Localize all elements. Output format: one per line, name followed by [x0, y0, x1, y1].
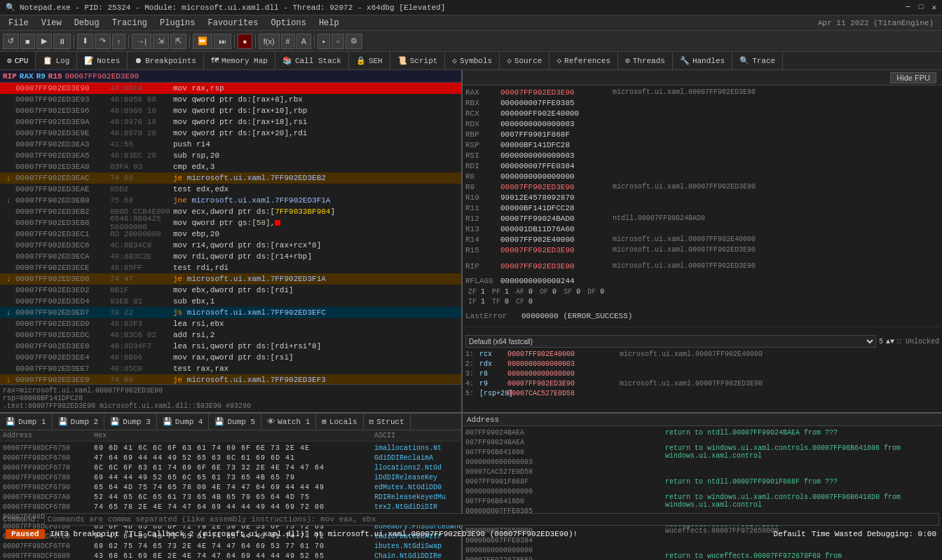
reg-rbp: RBP 0007FF9901F868F	[465, 129, 939, 139]
toolbar-step-over[interactable]: ↷	[95, 34, 111, 49]
dump-tab-watch[interactable]: 👁 Watch 1	[261, 414, 316, 430]
tab-script[interactable]: 📜 Script	[390, 52, 446, 70]
menu-favourites[interactable]: Favourites	[202, 17, 264, 29]
disasm-row[interactable]: 00007FF902ED3EDC 48:83C6 02 add rsi,2	[0, 329, 461, 341]
tab-source[interactable]: ◇ Source	[500, 52, 550, 70]
disasm-row-je1[interactable]: ↓ 00007FF902ED3EAC 74 08 je microsoft.ui…	[0, 172, 461, 184]
dump-tab-2[interactable]: 💾 Dump 2	[53, 414, 105, 430]
toolbar-font[interactable]: A	[296, 34, 311, 49]
disasm-row[interactable]: 00007FF902ED3EC1 BD 20000000 mov ebp,20	[0, 228, 461, 240]
disasm-row-js[interactable]: ↓ 00007FF902ED3ED7 78 22 js microsoft.ui…	[0, 307, 461, 318]
toolbar-more[interactable]: ▪	[318, 34, 330, 49]
menu-view[interactable]: View	[36, 17, 67, 29]
call-context-select[interactable]: Default (x64 fastcall)	[465, 335, 876, 348]
disasm-row[interactable]: 00007FF902ED3EB2 8B0D CCB4E000 mov ecx,d…	[0, 206, 461, 217]
tab-notes[interactable]: 📝 Notes	[77, 52, 128, 70]
disasm-row[interactable]: 00007FF902ED3EB8 6548:8B0425 58000000 mo…	[0, 217, 461, 228]
disasm-row[interactable]: 00007FF902ED3ECA 49:8B3C2E mov rdi,qword…	[0, 251, 461, 262]
flag-zf: ZF 1	[468, 288, 485, 296]
disasm-row[interactable]: 00007FF902ED3EE0 48:8D34F7 lea rsi,qword…	[0, 341, 461, 352]
dump-hex[interactable]: 00007FF98DCF6750 69 6D 41 6C 6C 6F 63 61…	[0, 442, 461, 560]
tab-memmap[interactable]: 🗺 Memory Map	[204, 52, 275, 70]
disasm-row[interactable]: 00007FF902ED3ED9 48:62F3 lea rsi,ebx	[0, 318, 461, 329]
disasm-row[interactable]: 00007FF902ED3E96 48:8968 10 mov qword pt…	[0, 105, 461, 116]
disasm-row-je2[interactable]: ↓ 00007FF902ED3ED0 74 47 je microsoft.ui…	[0, 273, 461, 285]
tab-references[interactable]: ◇ References	[550, 52, 618, 70]
disasm-row[interactable]: 00007FF902ED3EA3 41:56 push r14	[0, 139, 461, 150]
toolbar-trace-into[interactable]: ⇲	[153, 34, 169, 49]
disasm-row[interactable]: 00007FF902ED3E9A 48:8970 18 mov qword pt…	[0, 116, 461, 128]
tab-trace[interactable]: 🔍 Trace	[732, 52, 783, 70]
menu-plugins[interactable]: Plugins	[154, 17, 200, 29]
toolbar-pause[interactable]: ⏸	[53, 34, 71, 49]
maximize-icon[interactable]: □	[919, 3, 924, 12]
tab-callstack[interactable]: 📚 Call Stack	[275, 52, 349, 70]
tab-log[interactable]: 📋 Log	[36, 52, 77, 70]
trace-icon: 🔍	[739, 56, 749, 65]
tab-breakpoints[interactable]: ⏺ Breakpoints	[128, 52, 204, 70]
hide-fpu-button[interactable]: Hide FPU	[890, 72, 936, 83]
disasm-row[interactable]: 00007FF902ED3EE4 48:8B06 mov rax,qword p…	[0, 352, 461, 363]
disasm-row[interactable]: ↓ 00007FF902ED3EB0 75 68 jne microsoft.u…	[0, 195, 461, 206]
menu-tracing[interactable]: Tracing	[107, 17, 153, 29]
stack-content[interactable]: 007FF99024BAEA return to ntdll.00007FF99…	[463, 426, 942, 560]
dump-tab-locals[interactable]: ⊞ Locals	[316, 414, 363, 430]
minimize-icon[interactable]: ─	[906, 3, 910, 12]
toolbar-restart[interactable]: ↺	[3, 34, 19, 49]
dump-tab-struct[interactable]: ⊟ Struct	[364, 414, 411, 430]
disasm-row[interactable]: 00007FF902ED3EC6 4C:8B34C8 mov r14,qword…	[0, 240, 461, 251]
disasm-row[interactable]: 00007FF902ED3EA9 83FA 03 cmp edx,3	[0, 161, 461, 172]
disasm-area[interactable]: 00007FF902ED3E90 48:8BC4 mov rax,rsp 000…	[0, 83, 461, 384]
status-line3: .text:00007FF902ED3E90 microsoft.ui.xaml…	[3, 402, 458, 410]
tab-seh[interactable]: 🔒 SEH	[349, 52, 390, 70]
toolbar-run[interactable]: ▶	[36, 34, 52, 49]
disasm-row[interactable]: 00007FF902ED3ED4 83EB 01 sub ebx,1	[0, 296, 461, 307]
tab-handles[interactable]: 🔧 Handles	[673, 52, 732, 70]
toolbar-stop[interactable]: ■	[20, 34, 35, 49]
disasm-row[interactable]: 00007FF902ED3EAE 85D2 test edx,edx	[0, 184, 461, 195]
toolbar-run-to-cursor[interactable]: →|	[132, 34, 151, 49]
toolbar-animate-into[interactable]: ⏩	[193, 34, 212, 49]
toolbar-hash[interactable]: #	[281, 34, 295, 49]
disasm-row[interactable]: 00007FF902ED3EA5 48:83EC 20 sub rsp,20	[0, 150, 461, 161]
toolbar-bp[interactable]: ●	[238, 34, 252, 49]
toolbar-animate-over[interactable]: ⏭	[214, 34, 231, 49]
toolbar-step-out[interactable]: ↑	[112, 34, 126, 49]
toolbar-more2[interactable]: ▫	[332, 34, 344, 49]
tab-symbols[interactable]: ◇ Symbols	[445, 52, 500, 70]
dump-tab-4[interactable]: 💾 Dump 4	[157, 414, 210, 430]
dump-tab-5[interactable]: 💾 Dump 5	[209, 414, 261, 430]
stack-row: 007FF96B6418D0 return to windows.ui.xaml…	[465, 496, 939, 506]
call-arg-2: 2: rdx 0000000000000003	[465, 359, 939, 369]
toolbar-step-into[interactable]: ⬇	[77, 34, 93, 49]
title-text: Notepad.exe - PID: 25324 - Module: micro…	[20, 4, 445, 12]
watch-icon: 👁	[267, 417, 275, 426]
close-icon[interactable]: ✕	[931, 3, 936, 12]
disasm-row[interactable]: 00007FF902ED3ECE 48:85FF test rdi,rdi	[0, 262, 461, 273]
dump-tab-1[interactable]: 💾 Dump 1	[0, 414, 53, 430]
tab-threads[interactable]: ⚙ Threads	[618, 52, 673, 70]
menu-options[interactable]: Options	[266, 17, 312, 29]
main-content: RIP RAX R9 R15 00007FF902ED3E90 00007FF9…	[0, 70, 942, 511]
status-message: INT3 breakpoint "TLS Callback 2 (microso…	[50, 530, 768, 538]
dump-tab-3[interactable]: 💾 Dump 3	[104, 414, 157, 430]
disasm-row[interactable]: 00007FF902ED3ED2 8B1F mov ebx,dword ptr …	[0, 285, 461, 296]
disasm-row-selected[interactable]: 00007FF902ED3E90 48:8BC4 mov rax,rsp	[0, 83, 461, 94]
disasm-row[interactable]: 00007FF902ED3EE7 48:85C0 test rax,rax	[0, 363, 461, 374]
status-paused: Paused	[6, 529, 45, 539]
menu-debug[interactable]: Debug	[69, 17, 105, 29]
tab-cpu[interactable]: ⚙ CPU	[0, 52, 36, 70]
menu-file[interactable]: File	[3, 17, 34, 29]
disasm-row[interactable]: 00007FF902ED3E9E 48:8978 20 mov qword pt…	[0, 128, 461, 139]
status-line1: rax=microsoft.ui.xaml.00007FF902ED3E90	[3, 387, 458, 395]
toolbar-fx[interactable]: f(x)	[259, 34, 280, 49]
toolbar-settings[interactable]: ⚙	[346, 34, 362, 49]
dump-row: 00007FF98DCF67F0 69 62 75 74 65 73 2E 4E…	[3, 541, 458, 551]
status-area: rax=microsoft.ui.xaml.00007FF902ED3E90 r…	[0, 384, 461, 412]
disasm-row-je3[interactable]: ↓ 00007FF902ED3EE9 74 08 je microsoft.ui…	[0, 374, 461, 384]
menu-help[interactable]: Help	[313, 17, 345, 29]
stack-row: 00007FF972678F69 return to wuceffects.00…	[465, 555, 939, 560]
command-input[interactable]	[44, 513, 939, 526]
disasm-row[interactable]: 00007FF902ED3E93 48:8958 08 mov qword pt…	[0, 94, 461, 105]
toolbar-trace-over[interactable]: ⇱	[170, 34, 186, 49]
